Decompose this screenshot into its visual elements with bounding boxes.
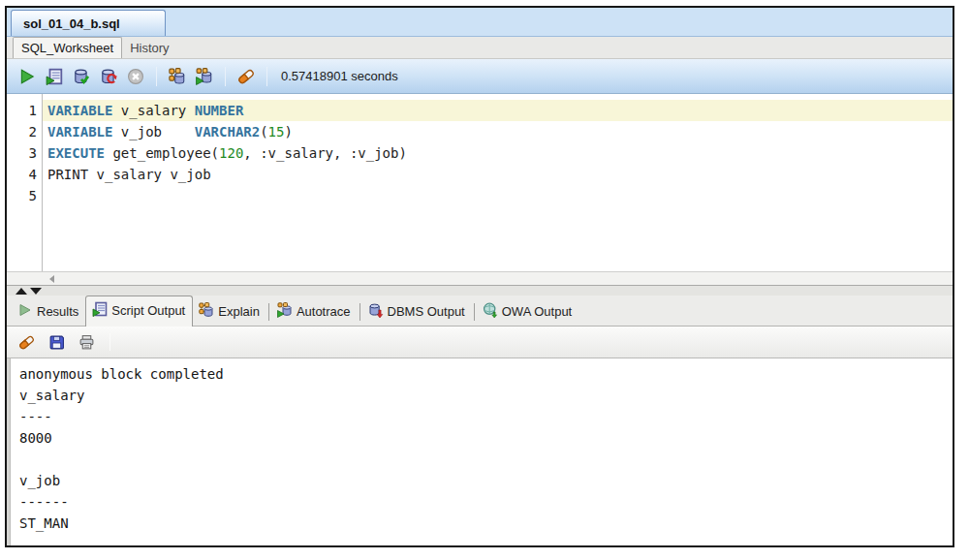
cancel-button <box>125 66 146 87</box>
tab-script-output[interactable]: Script Output <box>85 296 193 327</box>
code-segment: 15 <box>268 124 285 140</box>
code-segment: PRINT v_salary v_job <box>47 167 211 182</box>
code-line-4: PRINT v_salary v_job <box>43 164 953 185</box>
code-segment: ( <box>260 124 267 140</box>
tab-results[interactable]: Results <box>12 297 85 326</box>
editor-horizontal-scrollbar[interactable] <box>7 271 953 285</box>
code-line-3: EXECUTE get_employee(120, :v_salary, :v_… <box>43 142 953 164</box>
code-line-5 <box>43 185 953 206</box>
clear-button[interactable] <box>235 66 257 87</box>
toolbar-separator <box>225 67 226 86</box>
results-tab-bar: ResultsScript OutputExplainAutotraceDBMS… <box>7 296 953 327</box>
sql-developer-window: sol_01_04_b.sql SQL_WorksheetHistory 0.5… <box>5 6 954 547</box>
rollback-button[interactable] <box>98 66 119 87</box>
script-output-text[interactable]: anonymous block completedv_salary----800… <box>11 358 953 545</box>
tab-dbms-output[interactable]: DBMS Output <box>362 297 472 326</box>
line-number: 4 <box>7 164 42 185</box>
subtab-history[interactable]: History <box>122 38 176 58</box>
code-segment: , :v_salary, :v_job) <box>243 145 407 161</box>
line-number: 5 <box>7 185 42 206</box>
worksheet-subtab-bar: SQL_WorksheetHistory <box>7 37 953 59</box>
explain-plan-button[interactable] <box>167 66 188 87</box>
code-segment: ) <box>284 124 292 140</box>
output-line: v_job <box>19 470 953 491</box>
run-statement-button[interactable] <box>16 66 38 87</box>
tab-label: DBMS Output <box>388 304 465 319</box>
tab-separator <box>474 303 475 321</box>
owa-output-icon <box>483 302 498 321</box>
scroll-left-icon[interactable] <box>49 275 54 283</box>
tab-separator <box>268 303 269 321</box>
dbms-output-icon <box>368 302 384 321</box>
results-icon <box>17 302 33 321</box>
code-editing-area[interactable]: VARIABLE v_salary NUMBERVARIABLE v_job V… <box>43 94 953 271</box>
output-line: ------ <box>19 491 953 513</box>
script-output-panel: anonymous block completedv_salary----800… <box>7 358 953 545</box>
tab-owa-output[interactable]: OWA Output <box>477 297 579 326</box>
output-line: 8000 <box>19 427 953 449</box>
toolbar-separator <box>266 67 267 86</box>
panel-splitter[interactable] <box>7 285 953 296</box>
line-number-gutter: 12345 <box>7 94 43 271</box>
line-number: 2 <box>7 121 42 142</box>
autotrace-icon <box>277 302 293 321</box>
clear-output-button[interactable] <box>16 331 37 353</box>
tab-label: Autotrace <box>297 304 351 319</box>
code-segment: VARIABLE <box>47 103 112 118</box>
line-number: 1 <box>7 100 42 121</box>
autotrace-button[interactable] <box>194 66 215 87</box>
output-line: anonymous block completed <box>19 363 953 385</box>
script-output-icon <box>92 301 108 320</box>
line-number: 3 <box>7 142 42 164</box>
tab-sol-01-04-b-sql[interactable]: sol_01_04_b.sql <box>11 10 166 36</box>
code-segment: 120 <box>219 145 243 161</box>
script-output-toolbar <box>7 327 953 358</box>
code-segment: v_job <box>112 124 194 140</box>
code-segment: EXECUTE <box>47 145 105 161</box>
commit-button[interactable] <box>71 66 92 87</box>
code-segment: get_employee( <box>105 145 219 161</box>
subtab-sql_worksheet[interactable]: SQL_Worksheet <box>13 37 122 58</box>
output-line: ---- <box>19 406 953 427</box>
code-segment: VARIABLE <box>47 124 112 140</box>
tab-label: OWA Output <box>502 304 573 319</box>
print-output-button[interactable] <box>76 331 97 353</box>
worksheet-toolbar: 0.57418901 seconds <box>7 59 953 94</box>
toolbar-separator <box>109 333 110 351</box>
tab-label: Script Output <box>111 303 185 318</box>
tab-explain[interactable]: Explain <box>193 297 266 326</box>
execution-time-label: 0.57418901 seconds <box>281 69 398 83</box>
document-tab-bar: sol_01_04_b.sql <box>7 8 953 37</box>
code-line-1: VARIABLE v_salary NUMBER <box>43 100 953 121</box>
tab-autotrace[interactable]: Autotrace <box>271 297 358 326</box>
run-script-button[interactable] <box>44 66 65 87</box>
document-tab-label: sol_01_04_b.sql <box>23 16 120 31</box>
output-line <box>19 449 953 470</box>
explain-plan-icon <box>199 302 214 321</box>
code-segment: VARCHAR2 <box>195 124 260 140</box>
tab-label: Explain <box>218 304 260 319</box>
tab-label: Results <box>37 304 78 319</box>
code-line-2: VARIABLE v_job VARCHAR2(15) <box>43 121 953 142</box>
code-segment: NUMBER <box>195 103 244 118</box>
toolbar-separator <box>156 67 157 86</box>
collapse-up-icon[interactable] <box>16 288 27 295</box>
save-output-button[interactable] <box>46 331 67 353</box>
sql-editor: 12345 VARIABLE v_salary NUMBERVARIABLE v… <box>7 94 953 285</box>
output-line: v_salary <box>19 385 953 406</box>
code-segment: v_salary <box>112 103 194 118</box>
collapse-down-icon[interactable] <box>30 288 42 295</box>
tab-separator <box>359 303 360 321</box>
output-line: ST_MAN <box>19 513 953 534</box>
